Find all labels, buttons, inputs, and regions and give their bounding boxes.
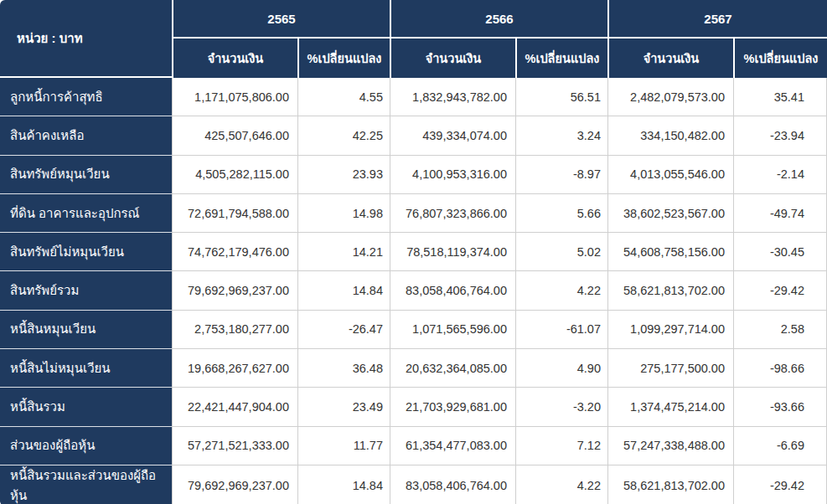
change-2567: -93.66 [733,388,827,426]
change-2566: 4.22 [515,465,607,504]
amount-2566: 61,354,477,083.00 [390,427,515,465]
amount-2566: 83,058,406,764.00 [390,465,515,504]
amount-2565: 4,505,282,115.00 [172,156,297,194]
amount-2565: 22,421,447,904.00 [172,388,297,426]
change-2566: 56.51 [515,78,607,116]
table-row: ที่ดิน อาคารและอุปกรณ์ 72,691,794,588.00… [0,194,827,233]
amount-2565: 1,171,075,806.00 [172,78,297,116]
row-label: หนี้สินไม่หมุนเวียน [0,349,172,388]
amount-2566: 4,100,953,316.00 [390,156,515,194]
change-2566: 3.24 [515,116,607,155]
change-2567: -98.66 [733,349,827,388]
table-row: สินทรัพย์หมุนเวียน 4,505,282,115.00 23.9… [0,156,827,194]
amount-2567: 334,150,482.00 [607,116,733,155]
financial-table: หน่วย : บาท 2565 2566 2567 จำนวนเงิน %เป… [0,0,827,504]
change-header-2565: %เปลี่ยนแปลง [297,39,390,78]
table-row: ลูกหนี้การค้าสุทธิ 1,171,075,806.00 4.55… [0,78,827,116]
change-2566: 4.90 [515,349,607,388]
amount-2565: 72,691,794,588.00 [172,194,297,233]
amount-2565: 79,692,969,237.00 [172,271,297,310]
table-row: สินทรัพย์รวม 79,692,969,237.00 14.84 83,… [0,271,827,310]
amount-2566: 1,832,943,782.00 [390,78,515,116]
row-label: ที่ดิน อาคารและอุปกรณ์ [0,194,172,233]
amount-header-2567: จำนวนเงิน [607,39,733,78]
change-2566: 7.12 [515,427,607,465]
table-row: หนี้สินรวมและส่วนของผู้ถือหุ้น 79,692,96… [0,465,827,504]
change-2565: 14.21 [297,233,390,271]
change-2566: 5.66 [515,194,607,233]
amount-2566: 78,518,119,374.00 [390,233,515,271]
amount-2565: 57,271,521,333.00 [172,427,297,465]
row-label: สินทรัพย์หมุนเวียน [0,156,172,194]
row-label: หนี้สินหมุนเวียน [0,311,172,349]
change-header-2567: %เปลี่ยนแปลง [733,39,827,78]
change-2565: 11.77 [297,427,390,465]
year-header-row: หน่วย : บาท 2565 2566 2567 [0,0,827,39]
row-label: สินทรัพย์ไม่หมุนเวียน [0,233,172,271]
change-2565: 23.49 [297,388,390,426]
table-row: หนี้สินหมุนเวียน 2,753,180,277.00 -26.47… [0,311,827,349]
row-label: ลูกหนี้การค้าสุทธิ [0,78,172,116]
change-2565: 36.48 [297,349,390,388]
amount-2566: 439,334,074.00 [390,116,515,155]
row-label: หนี้สินรวมและส่วนของผู้ถือหุ้น [0,465,172,504]
amount-2567: 4,013,055,546.00 [607,156,733,194]
change-2567: -23.94 [733,116,827,155]
change-2567: 35.41 [733,78,827,116]
amount-2565: 425,507,646.00 [172,116,297,155]
financial-comparison-table: หน่วย : บาท 2565 2566 2567 จำนวนเงิน %เป… [0,0,827,504]
amount-2565: 74,762,179,476.00 [172,233,297,271]
change-2567: 2.58 [733,311,827,349]
row-label: หนี้สินรวม [0,388,172,426]
change-2567: -6.69 [733,427,827,465]
change-2566: -61.07 [515,311,607,349]
change-2565: 14.84 [297,465,390,504]
row-label: สินค้าคงเหลือ [0,116,172,155]
change-2567: -29.42 [733,465,827,504]
amount-2565: 19,668,267,627.00 [172,349,297,388]
change-2567: -2.14 [733,156,827,194]
amount-2567: 1,374,475,214.00 [607,388,733,426]
amount-2567: 58,621,813,702.00 [607,271,733,310]
change-2567: -29.42 [733,271,827,310]
amount-2567: 54,608,758,156.00 [607,233,733,271]
table-row: สินค้าคงเหลือ 425,507,646.00 42.25 439,3… [0,116,827,155]
change-2567: -49.74 [733,194,827,233]
amount-2567: 57,247,338,488.00 [607,427,733,465]
amount-2566: 1,071,565,596.00 [390,311,515,349]
change-header-2566: %เปลี่ยนแปลง [515,39,607,78]
year-header-2567: 2567 [607,0,827,39]
change-2566: -8.97 [515,156,607,194]
amount-2567: 58,621,813,702.00 [607,465,733,504]
amount-2566: 21,703,929,681.00 [390,388,515,426]
row-label: ส่วนของผู้ถือหุ้น [0,427,172,465]
year-header-2566: 2566 [390,0,607,39]
unit-label-cell: หน่วย : บาท [0,0,172,78]
table-row: หนี้สินรวม 22,421,447,904.00 23.49 21,70… [0,388,827,426]
amount-2567: 2,482,079,573.00 [607,78,733,116]
change-2566: 5.02 [515,233,607,271]
amount-header-2565: จำนวนเงิน [172,39,297,78]
table-row: สินทรัพย์ไม่หมุนเวียน 74,762,179,476.00 … [0,233,827,271]
change-2565: 23.93 [297,156,390,194]
amount-2565: 2,753,180,277.00 [172,311,297,349]
table-row: หนี้สินไม่หมุนเวียน 19,668,267,627.00 36… [0,349,827,388]
change-2565: 4.55 [297,78,390,116]
change-2565: 42.25 [297,116,390,155]
amount-2567: 38,602,523,567.00 [607,194,733,233]
year-header-2565: 2565 [172,0,390,39]
amount-2566: 76,807,323,866.00 [390,194,515,233]
amount-2567: 275,177,500.00 [607,349,733,388]
amount-2567: 1,099,297,714.00 [607,311,733,349]
amount-2566: 20,632,364,085.00 [390,349,515,388]
change-2566: -3.20 [515,388,607,426]
amount-2566: 83,058,406,764.00 [390,271,515,310]
amount-2565: 79,692,969,237.00 [172,465,297,504]
table-row: ส่วนของผู้ถือหุ้น 57,271,521,333.00 11.7… [0,427,827,465]
change-2565: -26.47 [297,311,390,349]
change-2567: -30.45 [733,233,827,271]
row-label: สินทรัพย์รวม [0,271,172,310]
change-2565: 14.98 [297,194,390,233]
amount-header-2566: จำนวนเงิน [390,39,515,78]
change-2565: 14.84 [297,271,390,310]
